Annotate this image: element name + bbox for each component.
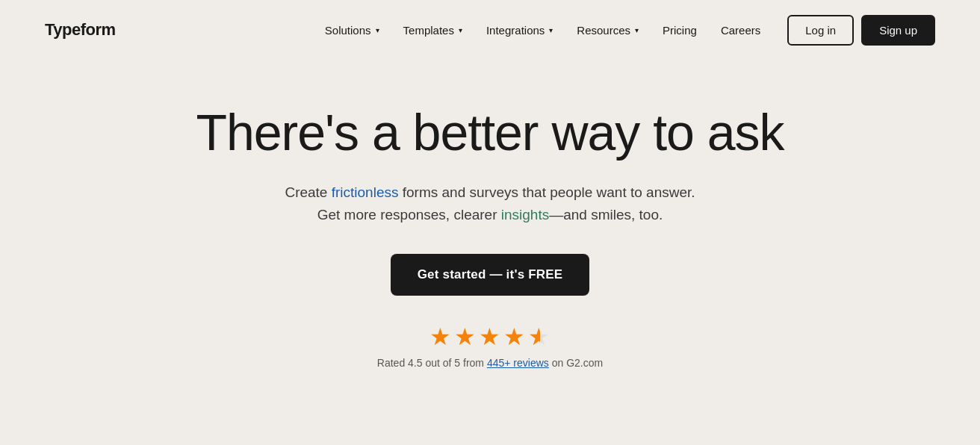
- navbar: Typeform Solutions ▾ Templates ▾ Integra…: [0, 0, 980, 60]
- star-rating: ★ ★ ★ ★ ★ ★: [429, 323, 550, 351]
- hero-subtitle-line1: Create frictionless forms and surveys th…: [285, 184, 695, 200]
- chevron-down-icon: ▾: [459, 26, 462, 34]
- star-3: ★: [479, 323, 500, 351]
- star-half: ★ ★: [528, 323, 550, 351]
- cta-button[interactable]: Get started — it's FREE: [391, 254, 590, 296]
- rating-text: Rated 4.5 out of 5 from 445+ reviews on …: [377, 357, 603, 369]
- login-button[interactable]: Log in: [787, 15, 854, 46]
- nav-link-resources[interactable]: Resources ▾: [568, 18, 648, 43]
- hero-title: There's a better way to ask: [196, 105, 784, 161]
- star-1: ★: [429, 323, 451, 351]
- nav-link-pricing[interactable]: Pricing: [654, 18, 706, 43]
- nav-item-careers: Careers: [712, 18, 769, 43]
- highlight-frictionless: frictionless: [332, 184, 399, 200]
- chevron-down-icon: ▾: [549, 26, 553, 34]
- nav-link-careers[interactable]: Careers: [712, 18, 769, 43]
- hero-subtitle-line2: Get more responses, clearer insights—and…: [317, 207, 663, 222]
- nav-item-integrations: Integrations ▾: [477, 18, 562, 43]
- logo[interactable]: Typeform: [45, 20, 116, 40]
- nav-item-solutions: Solutions ▾: [316, 18, 388, 43]
- nav-link-integrations[interactable]: Integrations ▾: [477, 18, 562, 43]
- star-4: ★: [503, 323, 525, 351]
- nav-item-pricing: Pricing: [654, 18, 706, 43]
- reviews-link[interactable]: 445+ reviews: [487, 357, 549, 369]
- nav-buttons: Log in Sign up: [787, 15, 935, 46]
- signup-button[interactable]: Sign up: [861, 15, 935, 46]
- chevron-down-icon: ▾: [376, 26, 379, 34]
- nav-link-templates[interactable]: Templates ▾: [394, 18, 471, 43]
- rating-section: ★ ★ ★ ★ ★ ★ Rated 4.5 out of 5 from 445+…: [377, 323, 603, 369]
- hero-section: There's a better way to ask Create frict…: [0, 60, 980, 399]
- star-2: ★: [454, 323, 476, 351]
- nav-item-templates: Templates ▾: [394, 18, 471, 43]
- nav-link-solutions[interactable]: Solutions ▾: [316, 18, 388, 43]
- hero-subtitle: Create frictionless forms and surveys th…: [285, 181, 695, 227]
- highlight-insights: insights: [501, 207, 549, 222]
- nav-item-resources: Resources ▾: [568, 18, 648, 43]
- nav-links: Solutions ▾ Templates ▾ Integrations ▾ R…: [316, 18, 769, 43]
- chevron-down-icon: ▾: [635, 26, 639, 34]
- star-half-fill: ★: [528, 323, 540, 351]
